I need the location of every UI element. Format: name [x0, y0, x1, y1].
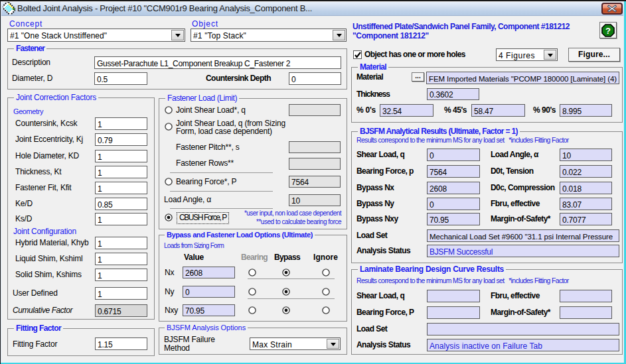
- svg-text:?: ?: [605, 26, 611, 36]
